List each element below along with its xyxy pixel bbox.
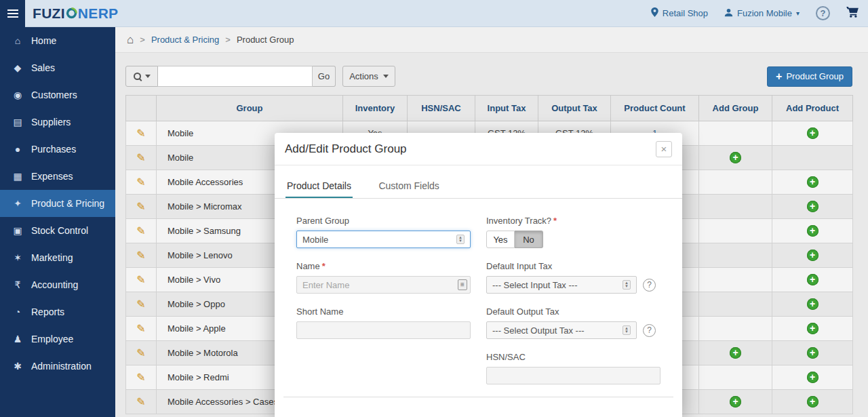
col-header-add-group[interactable]: Add Group [699, 96, 772, 121]
add-group-cell: + [699, 121, 772, 146]
edit-pencil-icon[interactable]: ✎ [136, 225, 145, 237]
parent-group-value: Mobile [302, 235, 328, 245]
sidebar-item-accounting[interactable]: ₹ Accounting [0, 271, 115, 298]
sidebar-item-sales[interactable]: ◆ Sales [0, 54, 115, 81]
modal-title: Add/Edit Product Group [285, 142, 407, 156]
edit-cell: ✎ [126, 317, 157, 341]
add-product-icon[interactable]: + [807, 274, 818, 285]
sidebar-item-suppliers[interactable]: ▤ Suppliers [0, 108, 115, 136]
sidebar-item-administration[interactable]: ✱ Administration [0, 353, 115, 380]
col-header-add-product[interactable]: Add Product [772, 96, 853, 121]
tab-product-details[interactable]: Product Details [285, 177, 353, 198]
add-product-icon[interactable]: + [807, 372, 818, 383]
default-output-tax-select[interactable]: --- Select Output Tax --- ▲▼ [486, 321, 637, 339]
add-product-icon[interactable]: + [807, 225, 818, 237]
topbar: FUZI NERP Retail Shop Fuzion Mobile ▾ ? [0, 0, 868, 27]
edit-pencil-icon[interactable]: ✎ [136, 250, 145, 261]
add-product-icon[interactable]: + [807, 298, 818, 310]
sidebar-item-employee[interactable]: ♟ Employee [0, 325, 115, 353]
sidebar-item-label: Purchases [31, 144, 76, 155]
go-button[interactable]: Go [313, 66, 336, 87]
cart-button[interactable] [846, 7, 859, 20]
col-header-inventory[interactable]: Inventory [343, 96, 408, 121]
short-name-input[interactable] [296, 321, 471, 339]
location-pin-icon [651, 7, 658, 19]
edit-cell: ✎ [126, 292, 157, 317]
tab-custom-fields[interactable]: Custom Fields [377, 177, 440, 198]
edit-cell: ✎ [126, 365, 157, 390]
edit-pencil-icon[interactable]: ✎ [136, 372, 145, 383]
store-selector[interactable]: Retail Shop [651, 7, 708, 19]
add-group-icon[interactable]: + [730, 396, 741, 408]
default-input-tax-value: --- Select Input Tax --- [492, 280, 577, 290]
sidebar-item-stock-control[interactable]: ▣ Stock Control [0, 217, 115, 244]
add-product-cell: + [772, 121, 853, 146]
add-product-icon[interactable]: + [807, 176, 818, 188]
add-product-cell: + [772, 195, 853, 219]
add-product-icon[interactable]: + [807, 250, 818, 261]
input-tax-help-icon[interactable]: ? [643, 279, 656, 292]
edit-pencil-icon[interactable]: ✎ [136, 347, 145, 359]
sidebar-item-product-pricing[interactable]: ✦ Product & Pricing [0, 190, 115, 217]
breadcrumb-section-link[interactable]: Product & Pricing [151, 35, 219, 45]
col-header-input-tax[interactable]: Input Tax [475, 96, 538, 121]
sidebar-item-icon: ▣ [12, 225, 24, 236]
add-product-icon[interactable]: + [807, 201, 818, 212]
sidebar-item-label: Sales [31, 62, 55, 73]
close-icon[interactable]: × [656, 141, 672, 157]
inventory-yes-button[interactable]: Yes [486, 231, 515, 248]
text-edit-icon: ≡ [458, 279, 467, 290]
edit-pencil-icon[interactable]: ✎ [136, 298, 145, 310]
parent-group-select[interactable]: Mobile ▲▼ [296, 231, 471, 248]
edit-pencil-icon[interactable]: ✎ [136, 152, 145, 163]
edit-pencil-icon[interactable]: ✎ [136, 396, 145, 408]
edit-pencil-icon[interactable]: ✎ [136, 323, 145, 334]
add-product-icon[interactable]: + [807, 347, 818, 359]
home-icon[interactable]: ⌂ [127, 34, 134, 45]
add-product-icon[interactable]: + [807, 323, 818, 334]
edit-pencil-icon[interactable]: ✎ [136, 127, 145, 139]
add-product-icon[interactable]: + [807, 396, 818, 408]
sidebar-item-marketing[interactable]: ✶ Marketing [0, 244, 115, 271]
add-product-cell: + [772, 317, 853, 341]
col-header-group[interactable]: Group [157, 96, 343, 121]
add-product-group-button[interactable]: + Product Group [767, 66, 852, 87]
hamburger-menu-button[interactable] [0, 0, 25, 27]
search-filter-button[interactable] [125, 66, 158, 87]
sidebar-item-purchases[interactable]: ● Purchases [0, 136, 115, 163]
edit-cell: ✎ [126, 219, 157, 243]
add-product-icon[interactable]: + [807, 127, 818, 139]
sidebar-item-home[interactable]: ⌂ Home [0, 27, 115, 54]
sidebar-item-icon: ✦ [12, 198, 24, 209]
required-asterisk: * [553, 216, 557, 226]
default-input-tax-select[interactable]: --- Select Input Tax --- ▲▼ [486, 276, 637, 294]
search-icon [134, 73, 142, 81]
col-header-hsn-sac[interactable]: HSN/SAC [408, 96, 475, 121]
add-product-cell: + [772, 219, 853, 243]
sidebar-item-customers[interactable]: ◉ Customers [0, 81, 115, 108]
help-button[interactable]: ? [816, 6, 830, 20]
col-header-product-count[interactable]: Product Count [611, 96, 699, 121]
add-group-cell: + [699, 317, 772, 341]
sidebar-item-reports[interactable]: ◔ Reports [0, 298, 115, 325]
edit-pencil-icon[interactable]: ✎ [136, 176, 145, 188]
app-logo[interactable]: FUZI NERP [33, 5, 118, 22]
output-tax-help-icon[interactable]: ? [643, 324, 656, 337]
modal-tabs: Product Details Custom Fields [275, 177, 682, 199]
search-input[interactable] [158, 66, 313, 87]
hsn-sac-input[interactable] [486, 367, 660, 384]
edit-pencil-icon[interactable]: ✎ [136, 201, 145, 212]
name-input[interactable] [296, 276, 471, 294]
add-group-icon[interactable]: + [730, 347, 741, 359]
user-menu[interactable]: Fuzion Mobile ▾ [724, 8, 800, 19]
inventory-no-button[interactable]: No [515, 231, 543, 248]
add-product-cell: + [772, 243, 853, 268]
default-input-tax-label: Default Input Tax [486, 261, 660, 271]
actions-button[interactable]: Actions [342, 66, 395, 87]
sidebar-item-icon: ⌂ [12, 35, 24, 46]
sidebar-item-expenses[interactable]: ▦ Expenses [0, 163, 115, 190]
edit-pencil-icon[interactable]: ✎ [136, 274, 145, 285]
col-header-output-tax[interactable]: Output Tax [538, 96, 611, 121]
breadcrumb-separator: > [225, 35, 231, 45]
add-group-icon[interactable]: + [730, 152, 741, 163]
